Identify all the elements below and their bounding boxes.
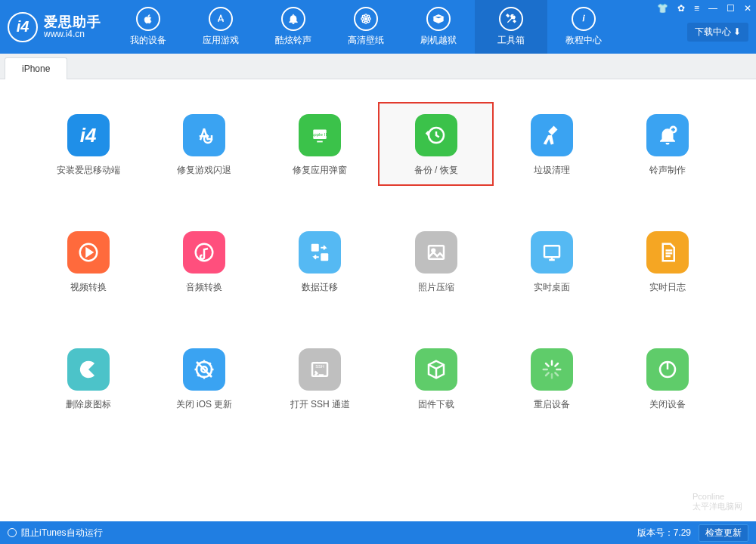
tools-icon xyxy=(499,7,523,31)
nav-label: 高清壁纸 xyxy=(348,34,384,47)
info-icon: i xyxy=(572,7,596,31)
brand: i4 爱思助手 www.i4.cn xyxy=(0,0,112,54)
nav-ringtones[interactable]: 酷炫铃声 xyxy=(257,0,330,54)
toggle-off-icon[interactable] xyxy=(8,528,17,537)
document-icon xyxy=(646,231,689,274)
nav-toolbox[interactable]: 工具箱 xyxy=(475,0,547,54)
tool-label: 修复应用弹窗 xyxy=(293,164,347,177)
tool-data-migrate[interactable]: 数据迁移 xyxy=(262,219,378,303)
nav-wallpapers[interactable]: 高清壁纸 xyxy=(330,0,402,54)
gear-slash-icon xyxy=(183,348,225,391)
cube-icon xyxy=(415,348,457,391)
tool-disable-ios-update[interactable]: 关闭 iOS 更新 xyxy=(146,336,262,420)
tool-label: 修复游戏闪退 xyxy=(177,164,231,177)
tab-iphone[interactable]: iPhone xyxy=(5,57,67,79)
svg-point-3 xyxy=(361,18,364,20)
tool-label: 安装爱思移动端 xyxy=(57,164,120,177)
tool-label: 实时桌面 xyxy=(534,281,570,294)
nav-tutorials[interactable]: i 教程中心 xyxy=(547,0,620,54)
transfer-icon xyxy=(299,231,341,274)
broom-icon xyxy=(531,114,573,156)
svg-rect-17 xyxy=(311,244,319,252)
close-icon[interactable]: ✕ xyxy=(744,3,751,14)
svg-rect-19 xyxy=(429,246,444,259)
nav-label: 应用游戏 xyxy=(203,34,239,47)
tool-live-desktop[interactable]: 实时桌面 xyxy=(494,219,609,303)
tool-label: 删除废图标 xyxy=(66,398,111,411)
check-update-button[interactable]: 检查更新 xyxy=(699,524,748,542)
nav-label: 我的设备 xyxy=(130,34,166,47)
tool-junk-clean[interactable]: 垃圾清理 xyxy=(494,102,609,186)
svg-point-5 xyxy=(362,15,364,17)
skin-icon[interactable]: 👕 xyxy=(657,3,668,14)
tool-label: 固件下载 xyxy=(418,398,454,411)
svg-point-1 xyxy=(365,14,367,17)
svg-point-7 xyxy=(362,20,364,23)
download-center-button[interactable]: 下载中心 ⬇ xyxy=(687,23,748,42)
version-label: 版本号：7.29 xyxy=(637,527,691,539)
tool-label: 照片压缩 xyxy=(418,281,454,294)
tool-label: 垃圾清理 xyxy=(534,164,570,177)
tools-grid: i4 安装爱思移动端 修复游戏闪退 Apple ID 修复应用弹窗 备份 / 恢… xyxy=(30,102,726,420)
tool-label: 关闭设备 xyxy=(649,398,686,411)
tool-label: 备份 / 恢复 xyxy=(414,164,458,177)
toolbox-body: i4 安装爱思移动端 修复游戏闪退 Apple ID 修复应用弹窗 备份 / 恢… xyxy=(0,79,756,521)
tool-label: 数据迁移 xyxy=(302,281,338,294)
music-note-icon xyxy=(183,231,225,274)
tool-audio-convert[interactable]: 音频转换 xyxy=(146,219,262,303)
tool-photo-compress[interactable]: 照片压缩 xyxy=(378,219,494,303)
svg-line-33 xyxy=(555,363,558,366)
svg-point-2 xyxy=(365,21,367,23)
svg-line-34 xyxy=(546,372,549,376)
tool-shutdown-device[interactable]: 关闭设备 xyxy=(610,336,726,420)
nav-my-device[interactable]: 我的设备 xyxy=(112,0,184,54)
svg-rect-18 xyxy=(321,253,329,261)
svg-line-31 xyxy=(546,363,549,366)
svg-point-6 xyxy=(367,15,370,17)
tool-label: 关闭 iOS 更新 xyxy=(176,398,233,411)
minimize-icon[interactable]: — xyxy=(708,3,717,14)
brand-text: 爱思助手 www.i4.cn xyxy=(44,15,101,39)
main-nav: 我的设备 应用游戏 酷炫铃声 高清壁纸 刷机越狱 工具箱 i 教程中心 xyxy=(112,0,620,54)
tool-ringtone-maker[interactable]: 铃声制作 xyxy=(610,102,726,186)
footer-left: 阻止iTunes自动运行 xyxy=(8,527,103,539)
nav-apps-games[interactable]: 应用游戏 xyxy=(184,0,257,54)
brand-icon: i4 xyxy=(8,12,38,42)
tool-backup-restore[interactable]: 备份 / 恢复 xyxy=(378,102,494,186)
nav-label: 教程中心 xyxy=(565,34,602,47)
tool-fix-app-popup[interactable]: Apple ID 修复应用弹窗 xyxy=(262,102,378,186)
svg-rect-12 xyxy=(318,141,324,143)
tool-video-convert[interactable]: 视频转换 xyxy=(30,219,146,303)
nav-flash-jailbreak[interactable]: 刷机越狱 xyxy=(402,0,475,54)
status-bar: 阻止iTunes自动运行 版本号：7.29 检查更新 xyxy=(0,521,756,544)
power-icon xyxy=(646,348,689,391)
device-tabs: iPhone xyxy=(0,54,756,79)
tool-live-log[interactable]: 实时日志 xyxy=(610,219,726,303)
apple-icon xyxy=(136,7,160,31)
bell-icon xyxy=(281,7,305,31)
tool-firmware-download[interactable]: 固件下载 xyxy=(378,336,494,420)
monitor-icon xyxy=(531,231,573,274)
svg-text:SSH: SSH xyxy=(316,364,325,369)
tool-label: 铃声制作 xyxy=(649,164,686,177)
pacman-icon xyxy=(67,348,110,391)
svg-point-4 xyxy=(368,18,370,20)
tool-fix-game-crash[interactable]: 修复游戏闪退 xyxy=(146,102,262,186)
play-circle-icon xyxy=(67,231,110,274)
tool-label: 音频转换 xyxy=(186,281,222,294)
tool-open-ssh[interactable]: SSH 打开 SSH 通道 xyxy=(262,336,378,420)
menu-icon[interactable]: ≡ xyxy=(694,3,699,14)
tool-delete-dead-icons[interactable]: 删除废图标 xyxy=(30,336,146,420)
tool-label: 重启设备 xyxy=(534,398,570,411)
appstore-refresh-icon xyxy=(183,114,225,156)
maximize-icon[interactable]: ☐ xyxy=(727,3,735,14)
svg-text:Apple ID: Apple ID xyxy=(311,131,329,137)
tool-install-i4-mobile[interactable]: i4 安装爱思移动端 xyxy=(30,102,146,186)
svg-text:i: i xyxy=(583,14,585,23)
tool-reboot-device[interactable]: 重启设备 xyxy=(494,336,609,420)
svg-line-32 xyxy=(555,372,558,376)
settings-icon[interactable]: ✿ xyxy=(677,3,685,14)
itunes-block-toggle[interactable]: 阻止iTunes自动运行 xyxy=(21,527,103,539)
app-header: i4 爱思助手 www.i4.cn 我的设备 应用游戏 酷炫铃声 高清壁纸 刷机… xyxy=(0,0,756,54)
window-controls: 👕 ✿ ≡ — ☐ ✕ xyxy=(657,3,751,14)
